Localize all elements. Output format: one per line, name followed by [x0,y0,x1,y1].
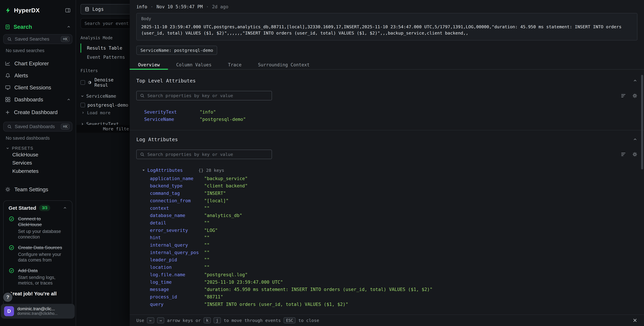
sidebar-item-clickhouse[interactable]: ClickHouse [0,151,76,159]
tab-trace[interactable]: Trace [220,60,250,69]
scrollbar-thumb[interactable] [641,75,643,169]
sidebar-item-dashboards[interactable]: Dashboards [0,95,76,105]
filter-value-postgresql-demo[interactable]: postgresql-demo [80,102,130,108]
tab-surrounding-context[interactable]: Surrounding Context [250,60,318,69]
caret-down-icon[interactable] [142,168,146,172]
saved-searches-input[interactable]: Saved Searches ⌘K [3,34,72,44]
sidebar-item-alerts[interactable]: Alerts [0,70,76,81]
settings-gear-icon[interactable] [632,93,638,99]
attribute-row: internal_query"" [150,241,638,249]
attribute-value[interactable]: "" [204,250,210,255]
attribute-value[interactable]: "duration: 45.950 ms statement: INSERT I… [204,287,432,292]
attribute-value[interactable]: "backup_service" [204,176,248,181]
sidebar-item-services[interactable]: Services [0,159,76,167]
load-more-button[interactable]: Load more [80,110,130,115]
attribute-value[interactable]: "LOG" [204,228,218,233]
attribute-key[interactable]: hint [150,235,204,240]
display-options-icon[interactable] [621,93,626,99]
attribute-key[interactable]: command_tag [150,191,204,196]
attribute-value[interactable]: "" [204,220,210,225]
attribute-key[interactable]: ServiceName [144,117,200,122]
user-name: dominic.tran@clic... [17,306,58,311]
attribute-value[interactable]: "INSERT INTO orders (user_id, total) VAL… [204,302,348,307]
attribute-value[interactable]: "88711" [204,294,223,299]
attribute-value[interactable]: "INSERT" [204,191,226,196]
attribute-key[interactable]: log.file.name [150,272,204,277]
check-circle-icon [8,245,14,263]
mode-results-table[interactable]: Results Table [80,44,130,53]
chevron-up-icon[interactable] [63,206,67,210]
body-text[interactable]: 2025-11-10 23:59:47.000 UTC,postgres,ana… [141,24,633,36]
attribute-key[interactable]: SeverityText [144,109,200,115]
chevron-up-icon[interactable] [67,25,71,29]
property-search-input[interactable] [147,93,268,98]
property-search-input[interactable] [147,152,268,157]
attribute-key[interactable]: context [150,205,204,211]
get-started-item[interactable]: Connect to ClickHouse Set up your databa… [8,216,67,240]
attribute-value[interactable]: "" [204,242,210,248]
saved-dashboards-input[interactable]: Saved Dashboards ⌘K [3,122,72,132]
attribute-key[interactable]: log_time [150,279,204,285]
tab-column-values[interactable]: Column Values [168,60,220,69]
display-options-icon[interactable] [621,152,626,157]
service-name-chip[interactable]: ServiceName: postgresql-demo [136,46,217,55]
collapse-sidebar-icon[interactable] [65,8,71,13]
attribute-key[interactable]: process_id [150,294,204,299]
sidebar-item-kubernetes[interactable]: Kubernetes [0,167,76,175]
sidebar-item-search[interactable]: Search [0,24,76,30]
close-icon[interactable] [632,318,638,323]
mode-event-patterns[interactable]: Event Patterns [80,53,130,62]
attribute-value[interactable]: "postgresql.log" [204,272,248,277]
attribute-value[interactable]: "" [204,257,210,262]
attribute-key[interactable]: application_name [150,176,204,181]
settings-gear-icon[interactable] [632,152,638,157]
log-attributes-root[interactable]: LogAttributes {} 28 keys [136,167,638,174]
attribute-value[interactable]: "info" [200,109,216,115]
attribute-value[interactable]: "[local]" [204,198,229,203]
help-button[interactable]: ? [3,293,12,302]
service-checkbox[interactable] [80,103,85,107]
more-filters-button[interactable]: More filte [76,125,130,133]
denoise-checkbox[interactable] [80,80,85,85]
attribute-value[interactable]: "analytics_db" [204,213,242,218]
attribute-key[interactable]: message [150,287,204,292]
attribute-key[interactable]: internal_query [150,242,204,248]
collapse-section-icon[interactable] [633,137,638,142]
attribute-row: connection_from"[local]" [150,197,638,204]
sidebar-item-team-settings[interactable]: Team Settings [0,184,76,195]
attribute-key[interactable]: location [150,264,204,270]
collapse-section-icon[interactable] [633,78,638,83]
attribute-key[interactable]: error_severity [150,228,204,233]
attribute-key[interactable]: LogAttributes [148,168,183,173]
sidebar-item-client-sessions[interactable]: Client Sessions [0,82,76,93]
attribute-value[interactable]: "2025-11-10 23:59:47.000 UTC" [204,279,283,285]
attribute-key[interactable]: leader_pid [150,257,204,262]
attribute-key[interactable]: detail [150,220,204,225]
presets-toggle[interactable]: PRESETS [6,146,70,151]
sidebar-item-chart-explorer[interactable]: Chart Explorer [0,58,76,69]
attribute-key[interactable]: internal_query_pos [150,250,204,255]
filter-group-label: ServiceName [86,93,116,99]
attribute-key[interactable]: query [150,302,204,307]
attribute-key[interactable]: database_name [150,213,204,218]
chevron-up-icon[interactable] [67,98,71,102]
filter-group-servicename[interactable]: ServiceName [80,93,130,99]
get-started-item[interactable]: Add Data Start sending logs, metrics, or… [8,268,67,286]
attribute-value[interactable]: "postgresql-demo" [200,117,246,122]
attribute-key[interactable]: connection_from [150,198,204,203]
user-menu[interactable]: D dominic.tran@clic... dominic.tran@clic… [1,304,75,318]
create-dashboard-button[interactable]: Create Dashboard [0,107,76,118]
attribute-key[interactable]: backend_type [150,183,204,188]
search-icon [140,152,144,157]
get-started-header[interactable]: Get Started 3/3 [8,205,67,211]
denoise-filter[interactable]: Denoise Resul [80,77,130,88]
attribute-row: process_id"88711" [150,293,638,301]
attribute-value[interactable]: "" [204,235,210,240]
attribute-value[interactable]: "" [204,264,210,270]
event-search-input[interactable] [80,18,130,29]
source-selector-button[interactable]: Logs [80,4,130,15]
get-started-item[interactable]: Create Data Sources Configure where your… [8,245,67,263]
attribute-value[interactable]: "" [204,205,210,211]
attribute-value[interactable]: "client backend" [204,183,248,188]
tab-overview[interactable]: Overview [130,60,168,69]
